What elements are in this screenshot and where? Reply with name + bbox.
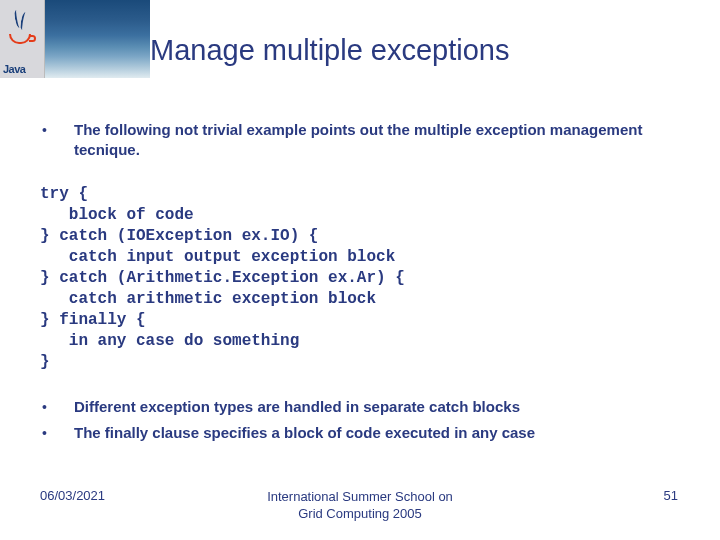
- bullet-text: Different exception types are handled in…: [74, 397, 520, 417]
- slide-footer: 06/03/2021 International Summer School o…: [0, 488, 720, 522]
- java-logo: Java: [0, 0, 45, 78]
- bullet-marker: •: [40, 120, 74, 160]
- bullet-marker: •: [40, 397, 74, 417]
- footer-venue: International Summer School on Grid Comp…: [0, 488, 720, 522]
- bullet-item: • The following not trivial example poin…: [40, 120, 680, 160]
- code-block: try { block of code } catch (IOException…: [40, 184, 680, 373]
- footer-venue-line1: International Summer School on: [267, 489, 453, 504]
- bullet-item: • The finally clause specifies a block o…: [40, 423, 680, 443]
- footer-venue-line2: Grid Computing 2005: [298, 506, 422, 521]
- slide-title: Manage multiple exceptions: [150, 34, 690, 67]
- java-cup-icon: [7, 10, 37, 48]
- java-logo-text: Java: [3, 63, 25, 75]
- footer-date: 06/03/2021: [40, 488, 105, 503]
- slide-content: • The following not trivial example poin…: [40, 120, 680, 449]
- bullet-item: • Different exception types are handled …: [40, 397, 680, 417]
- bullet-marker: •: [40, 423, 74, 443]
- header-image-strip: Java: [0, 0, 150, 78]
- bullet-text: The finally clause specifies a block of …: [74, 423, 535, 443]
- footer-page-number: 51: [664, 488, 678, 503]
- bullet-text: The following not trivial example points…: [74, 120, 680, 160]
